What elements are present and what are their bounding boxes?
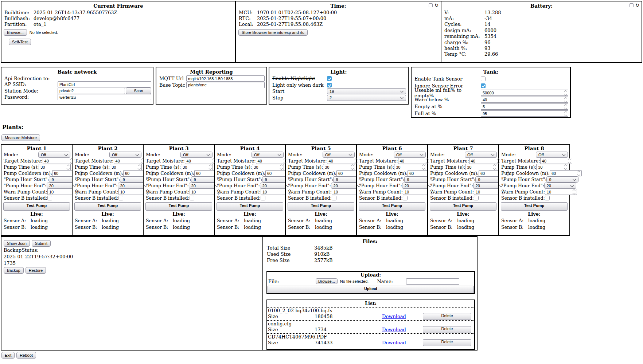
warn-pump-count-input[interactable]: 10 — [545, 189, 577, 195]
pump-time-value: 30 — [467, 165, 471, 169]
spinner-icon[interactable] — [565, 98, 567, 102]
download-link[interactable]: Download — [382, 340, 406, 345]
pump-time-input[interactable]: 30 — [181, 164, 213, 170]
test-pump-button[interactable]: Test Pump — [430, 202, 496, 211]
mode-select[interactable]: Off — [38, 152, 70, 158]
scan-button[interactable]: Scan — [126, 87, 151, 94]
sensor-b-installed-checkbox[interactable] — [545, 196, 550, 200]
sensor-b-installed-checkbox[interactable] — [474, 196, 479, 200]
pump-time-input[interactable]: 30 — [465, 164, 497, 170]
mode-select[interactable]: Off — [180, 152, 213, 158]
mode-select[interactable]: Off — [465, 152, 497, 158]
base-topic-input[interactable] — [186, 82, 265, 88]
pump-time-input[interactable]: 30 — [323, 164, 355, 170]
self-test-button[interactable]: Self-Test — [9, 39, 31, 45]
sensor-b-installed-checkbox[interactable] — [332, 196, 336, 200]
target-moisture-input[interactable]: 40 — [327, 158, 359, 164]
refresh-icon[interactable]: ↻ — [635, 3, 639, 7]
ignore-sensor-error-checkbox[interactable] — [481, 83, 486, 88]
download-link[interactable]: Download — [382, 314, 406, 319]
test-pump-button[interactable]: Test Pump — [288, 202, 354, 211]
sensor-b-installed-checkbox[interactable] — [261, 196, 265, 200]
battery-auto-checkbox[interactable] — [630, 3, 634, 7]
mode-select[interactable]: Off — [252, 152, 284, 158]
warn-below-input[interactable]: 40 — [481, 97, 568, 103]
station-mode-input[interactable] — [58, 88, 125, 94]
spinner-icon[interactable] — [351, 165, 354, 169]
spinner-icon[interactable] — [67, 165, 69, 169]
enable-tank-sensor-checkbox[interactable] — [481, 77, 486, 81]
exit-button[interactable]: Exit — [1, 352, 15, 359]
password-input[interactable] — [58, 94, 151, 100]
backup-button[interactable]: Backup — [4, 267, 24, 274]
pump-time-input[interactable]: 30 — [110, 164, 142, 170]
pump-time-input[interactable]: 30 — [536, 164, 568, 170]
target-moisture-input[interactable]: 40 — [540, 158, 572, 164]
mode-select[interactable]: Off — [536, 152, 568, 158]
spinner-icon[interactable] — [209, 165, 211, 169]
test-pump-button[interactable]: Test Pump — [359, 202, 425, 211]
measure-moisture-button[interactable]: Measure Moisture — [1, 134, 40, 141]
upload-name-input[interactable] — [406, 278, 459, 285]
mode-select[interactable]: Off — [394, 152, 426, 158]
pump-time-input[interactable]: 30 — [394, 164, 426, 170]
sensor-b-installed-checkbox[interactable] — [190, 196, 194, 200]
spinner-icon[interactable] — [280, 165, 282, 169]
pump-cooldown-input[interactable]: 60 — [550, 170, 582, 176]
empty-at-input[interactable]: 5 — [481, 103, 568, 110]
target-moisture-input[interactable]: 40 — [43, 158, 75, 164]
target-moisture-input[interactable]: 40 — [469, 158, 501, 164]
sensor-b-installed-checkbox[interactable] — [47, 196, 52, 200]
full-at-input[interactable]: 95 — [481, 110, 568, 117]
spinner-icon[interactable] — [573, 190, 575, 194]
time-auto-checkbox[interactable] — [429, 3, 433, 7]
sensor-a-value: loading — [173, 218, 190, 223]
spinner-icon[interactable] — [565, 111, 567, 116]
ap-ssid-input[interactable] — [58, 81, 151, 87]
test-pump-button[interactable]: Test Pump — [145, 202, 212, 211]
spinner-icon[interactable] — [494, 165, 496, 169]
mode-select[interactable]: Off — [109, 152, 141, 158]
show-json-button[interactable]: Show Json — [4, 240, 30, 247]
target-moisture-input[interactable]: 40 — [256, 158, 288, 164]
light-start-select[interactable]: 19 — [327, 88, 406, 94]
sensor-b-installed-checkbox[interactable] — [403, 196, 408, 200]
spinner-icon[interactable] — [422, 165, 425, 169]
spinner-icon[interactable] — [138, 165, 140, 169]
spinner-icon[interactable] — [568, 159, 570, 163]
useable-ml-input[interactable]: 50000 — [481, 90, 568, 96]
upload-browse-button[interactable]: Browse... — [316, 278, 338, 284]
delete-button[interactable]: Delete — [423, 339, 471, 346]
test-pump-button[interactable]: Test Pump — [3, 202, 70, 211]
spinner-icon[interactable] — [578, 171, 580, 175]
target-moisture-input[interactable]: 40 — [185, 158, 217, 164]
test-pump-button[interactable]: Test Pump — [501, 202, 568, 211]
light-only-dark-checkbox[interactable] — [327, 83, 332, 87]
refresh-icon[interactable]: ↻ — [434, 3, 439, 7]
spinner-icon[interactable] — [565, 91, 567, 95]
reboot-button[interactable]: Reboot — [16, 352, 36, 359]
upload-button[interactable]: Upload — [268, 286, 474, 293]
restore-button[interactable]: Restore — [26, 267, 46, 274]
firmware-browse-button[interactable]: Browse... — [4, 29, 27, 36]
target-moisture-input[interactable]: 40 — [114, 158, 146, 164]
delete-button[interactable]: Delete — [423, 313, 471, 320]
mqtt-url-input[interactable] — [186, 75, 265, 82]
sensor-b-installed-checkbox[interactable] — [118, 196, 123, 200]
test-pump-button[interactable]: Test Pump — [74, 202, 141, 211]
submit-button[interactable]: Submit — [32, 240, 51, 247]
target-moisture-input[interactable]: 40 — [398, 158, 430, 164]
test-pump-button[interactable]: Test Pump — [217, 202, 283, 211]
spinner-icon[interactable] — [565, 165, 567, 169]
pump-time-input[interactable]: 30 — [39, 164, 71, 170]
pump-hour-end-select[interactable]: 20 — [544, 183, 576, 189]
pump-time-input[interactable]: 30 — [252, 164, 284, 170]
store-browser-time-button[interactable]: Store Browser time into esp and rtc — [238, 29, 308, 36]
mode-select[interactable]: Off — [323, 152, 355, 158]
enable-nightlight-checkbox[interactable] — [327, 76, 332, 81]
delete-button[interactable]: Delete — [423, 326, 471, 333]
spinner-icon[interactable] — [565, 105, 567, 109]
pump-hour-start-select[interactable]: 9 — [546, 176, 578, 183]
light-stop-select[interactable]: 2 — [327, 95, 406, 101]
download-link[interactable]: Download — [382, 327, 406, 332]
